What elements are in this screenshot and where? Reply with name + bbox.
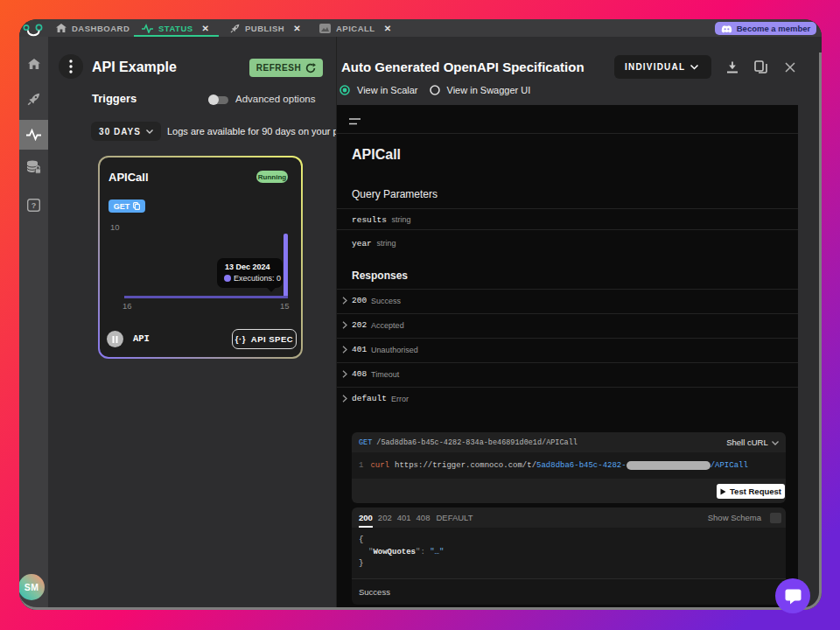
- svg-text:?: ?: [32, 201, 37, 210]
